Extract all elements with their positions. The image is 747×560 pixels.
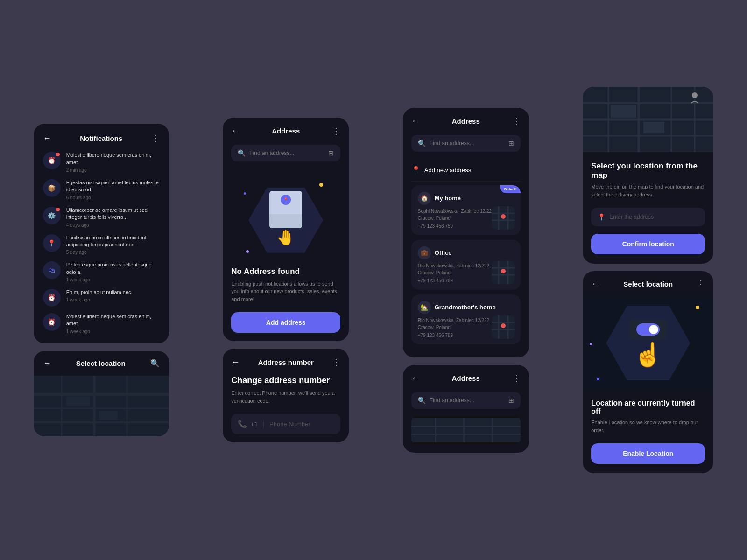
- more-icon[interactable]: ⋮: [332, 126, 340, 136]
- select-location-small-card: ← Select location 🔍: [34, 351, 169, 436]
- confirm-location-button[interactable]: Confirm location: [591, 234, 705, 254]
- address-bottom-search-bar[interactable]: 🔍 ⊞: [411, 392, 521, 409]
- addr-type-icon: 🏠: [418, 192, 431, 205]
- svg-rect-7: [99, 411, 118, 420]
- no-address-illustration: 📍 🤚: [231, 169, 340, 267]
- address-label: Grandmother's home: [435, 304, 496, 311]
- address-item-top: 🏡 Grandmother's home: [418, 301, 514, 314]
- back-arrow-icon[interactable]: ←: [411, 116, 420, 126]
- more-icon[interactable]: ⋮: [512, 116, 521, 126]
- address-list-title: Address: [452, 117, 480, 125]
- address-item-top: 💼 Office: [418, 246, 514, 259]
- gear-icon: ⚙️: [48, 212, 56, 219]
- back-arrow-icon[interactable]: ←: [231, 357, 240, 367]
- notif-text: Enim, proin ac ut nullam nec.: [66, 289, 133, 296]
- map-svg: [34, 376, 169, 436]
- unread-dot: [56, 208, 60, 211]
- bottom-map-stub: [411, 416, 521, 444]
- notif-text: Pellentesque proin risus pellentesque od…: [66, 261, 160, 276]
- notif-time: 1 week ago: [66, 329, 160, 334]
- more-icon[interactable]: ⋮: [151, 133, 160, 143]
- address-label: My home: [435, 195, 461, 202]
- addr-type-icon: 🏡: [418, 301, 431, 314]
- office-icon: 💼: [421, 249, 428, 256]
- phone-number-input[interactable]: Phone Number: [269, 420, 310, 427]
- add-new-address-row[interactable]: 📍 Add new address: [411, 159, 521, 182]
- address-item-grandma[interactable]: 🏡 Grandmother's home Rio Nowakowska, Zab…: [411, 294, 521, 344]
- address-bottom-search-input[interactable]: [430, 397, 505, 404]
- notif-item: ⏰ Molestie libero neque sem cras enim, a…: [43, 152, 160, 173]
- back-arrow-icon[interactable]: ←: [43, 133, 51, 143]
- notif-icon-wrap: 📍: [43, 234, 61, 252]
- bag-icon: 🛍: [49, 266, 55, 274]
- search-icon[interactable]: 🔍: [150, 359, 160, 368]
- select-location-header: ← Select location 🔍: [34, 351, 169, 376]
- address-map-thumbnail: [492, 315, 515, 339]
- address-bottom-header: ← Address ⋮: [411, 373, 521, 384]
- phone-icon: 📞: [238, 420, 247, 428]
- filter-icon[interactable]: ⊞: [508, 397, 514, 404]
- notif-text: Egestas nisl sapien amet lectus molestie…: [66, 179, 160, 194]
- home-icon: 🏠: [421, 195, 428, 202]
- unread-dot: [56, 153, 60, 156]
- svg-point-13: [501, 214, 506, 219]
- address-list-search-input[interactable]: [430, 140, 505, 147]
- filter-icon[interactable]: ⊞: [508, 140, 514, 147]
- address-map-thumbnail: [492, 261, 515, 284]
- filter-icon[interactable]: ⊞: [328, 149, 334, 157]
- notif-content: Enim, proin ac ut nullam nec. 1 week ago: [66, 289, 133, 302]
- notif-icon-wrap: ⏰: [43, 313, 61, 331]
- change-address-desc: Enter correct Phone number, we'll send y…: [231, 389, 340, 405]
- address-input-placeholder: Enter the address: [609, 214, 654, 220]
- location-off-header: ← Select location ⋮: [583, 271, 713, 296]
- notifications-header: ← Notifications ⋮: [43, 133, 160, 143]
- location-off-body: Location are currently turned off Enable…: [583, 390, 713, 473]
- select-location-title: Select location: [76, 359, 126, 367]
- notif-item: ⏰ Molestie libero neque sem cras enim, a…: [43, 313, 160, 334]
- address-item-home[interactable]: Default 🏠 My home Sophi Nowakowska, Zabi…: [411, 185, 521, 235]
- notif-text: Facilisis in proin ultrices in tincidunt…: [66, 234, 160, 249]
- map-thumb-svg: [492, 206, 515, 230]
- change-address-title: Change address number: [231, 376, 340, 385]
- location-off-header-title: Select location: [623, 280, 673, 288]
- column-4: Select you location from the map Move th…: [583, 87, 713, 473]
- phone-input-wrap[interactable]: 📞 +1 Phone Number: [231, 414, 340, 434]
- toggle-track: [636, 323, 660, 336]
- notif-time: 1 week ago: [66, 297, 133, 302]
- map-select-body: Select you location from the map Move th…: [583, 152, 713, 264]
- address-search-input[interactable]: [249, 150, 324, 156]
- search-icon: 🔍: [418, 140, 426, 147]
- notif-icon-wrap: 🛍: [43, 261, 61, 279]
- box-icon: 📦: [48, 184, 56, 192]
- svg-point-19: [501, 269, 506, 273]
- address-list-header: ← Address ⋮: [411, 116, 521, 126]
- bottom-map-svg: [411, 416, 521, 444]
- more-icon[interactable]: ⋮: [512, 373, 521, 384]
- back-arrow-icon[interactable]: ←: [43, 358, 51, 368]
- more-icon[interactable]: ⋮: [332, 357, 340, 367]
- location-off-illustration: ☝️: [583, 296, 713, 390]
- address-item-office[interactable]: 💼 Office Rio Nowakowska, Zabiniec 12/222…: [411, 240, 521, 290]
- more-icon[interactable]: ⋮: [697, 279, 705, 289]
- notif-content: Ullamcorper ac ornare ipsum ut sed integ…: [66, 207, 160, 228]
- location-off-desc: Enable Location so we know where to drop…: [591, 419, 705, 434]
- notif-content: Facilisis in proin ultrices in tincidunt…: [66, 234, 160, 255]
- notif-icon-wrap: ⚙️: [43, 207, 61, 224]
- address-list-card: ← Address ⋮ 🔍 ⊞ 📍 Add new address Defaul…: [403, 108, 529, 357]
- add-address-button[interactable]: Add address: [231, 312, 340, 333]
- address-input-row[interactable]: 📍 Enter the address: [591, 208, 705, 226]
- svg-point-42: [692, 92, 698, 98]
- search-icon: 🔍: [418, 397, 426, 404]
- deco-dot: [244, 192, 246, 195]
- address-search-bar[interactable]: 🔍 ⊞: [231, 145, 340, 161]
- address-bottom-card: ← Address ⋮ 🔍 ⊞: [403, 365, 529, 453]
- address-list-search-bar[interactable]: 🔍 ⊞: [411, 135, 521, 152]
- notif-icon-wrap: 📦: [43, 179, 61, 197]
- back-arrow-icon[interactable]: ←: [411, 373, 420, 383]
- clock-icon: ⏰: [48, 157, 56, 164]
- back-arrow-icon[interactable]: ←: [591, 279, 599, 289]
- default-badge: Default: [500, 185, 521, 193]
- enable-location-button[interactable]: Enable Location: [591, 443, 705, 464]
- add-new-address-label: Add new address: [424, 167, 471, 174]
- back-arrow-icon[interactable]: ←: [231, 126, 240, 136]
